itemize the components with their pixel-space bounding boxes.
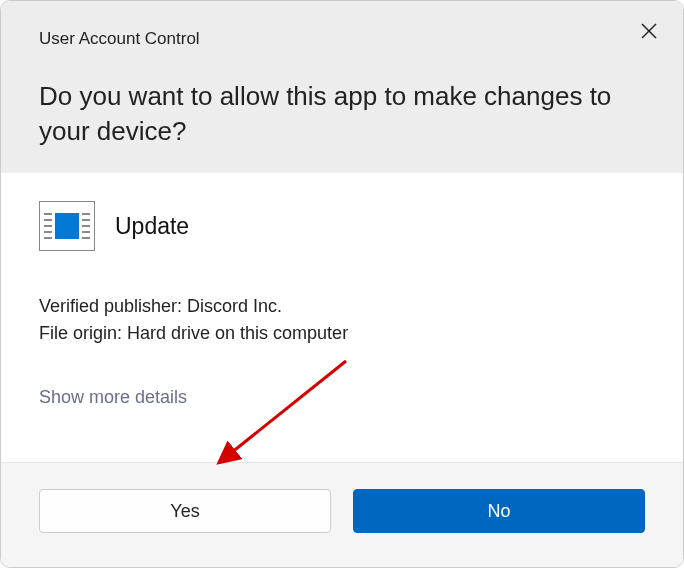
origin-line: File origin: Hard drive on this computer: [39, 320, 645, 347]
dialog-content: Update Verified publisher: Discord Inc. …: [1, 173, 683, 462]
publisher-line: Verified publisher: Discord Inc.: [39, 293, 645, 320]
dialog-title-big: Do you want to allow this app to make ch…: [39, 79, 645, 149]
show-more-details-link[interactable]: Show more details: [39, 387, 187, 408]
dialog-title-small: User Account Control: [39, 29, 645, 49]
close-icon: [641, 23, 657, 39]
dialog-header: User Account Control Do you want to allo…: [1, 1, 683, 173]
close-button[interactable]: [637, 19, 661, 43]
app-name: Update: [115, 213, 189, 240]
uac-dialog: User Account Control Do you want to allo…: [0, 0, 684, 568]
app-icon: [39, 201, 95, 251]
yes-button[interactable]: Yes: [39, 489, 331, 533]
dialog-footer: Yes No: [1, 462, 683, 567]
no-button[interactable]: No: [353, 489, 645, 533]
app-row: Update: [39, 201, 645, 251]
